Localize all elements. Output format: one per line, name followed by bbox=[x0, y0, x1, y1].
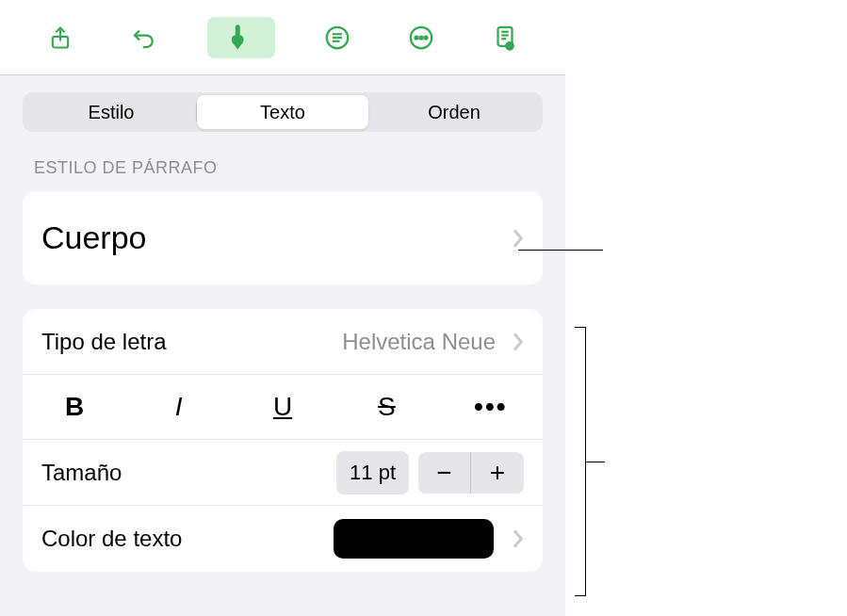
bold-button[interactable]: B bbox=[23, 386, 126, 428]
list-icon[interactable] bbox=[317, 17, 358, 58]
callout-line bbox=[518, 250, 603, 251]
tab-label: Orden bbox=[428, 102, 481, 123]
svg-point-7 bbox=[419, 36, 422, 39]
top-toolbar bbox=[0, 0, 565, 75]
font-value: Helvetica Neue bbox=[342, 329, 496, 355]
size-label: Tamaño bbox=[41, 460, 122, 486]
tab-order[interactable]: Orden bbox=[368, 95, 540, 129]
size-stepper: − + bbox=[418, 452, 524, 494]
chevron-right-icon bbox=[513, 229, 524, 248]
size-decrease-button[interactable]: − bbox=[418, 452, 471, 494]
chevron-right-icon bbox=[513, 332, 524, 351]
format-label: I bbox=[175, 392, 183, 422]
underline-button[interactable]: U bbox=[231, 386, 334, 428]
svg-point-6 bbox=[415, 36, 417, 39]
text-color-row[interactable]: Color de texto bbox=[23, 506, 543, 572]
callout-bracket bbox=[575, 327, 586, 596]
strike-button[interactable]: S bbox=[334, 386, 438, 428]
font-label: Tipo de letra bbox=[41, 329, 167, 355]
format-row: B I U S ••• bbox=[23, 375, 543, 440]
tab-label: Estilo bbox=[89, 102, 135, 123]
more-format-button[interactable]: ••• bbox=[439, 386, 543, 428]
format-label: B bbox=[65, 392, 84, 422]
paragraph-style-card: Cuerpo bbox=[23, 191, 543, 284]
size-value-button[interactable]: 11 pt bbox=[336, 451, 409, 494]
text-color-label: Color de texto bbox=[41, 526, 182, 552]
size-value: 11 pt bbox=[350, 461, 396, 484]
more-icon[interactable] bbox=[400, 17, 442, 58]
tab-style[interactable]: Estilo bbox=[25, 95, 197, 129]
paragraph-style-header: ESTILO DE PÁRRAFO bbox=[34, 158, 531, 178]
format-label: U bbox=[273, 392, 292, 422]
callout-area bbox=[565, 0, 847, 616]
chevron-right-icon bbox=[513, 529, 524, 548]
svg-point-8 bbox=[424, 36, 427, 39]
size-increase-button[interactable]: + bbox=[471, 452, 524, 494]
svg-point-14 bbox=[508, 44, 511, 47]
callout-line bbox=[586, 462, 605, 462]
color-swatch[interactable] bbox=[334, 519, 494, 559]
document-view-icon[interactable] bbox=[484, 17, 526, 58]
paragraph-style-value: Cuerpo bbox=[41, 191, 147, 284]
font-card: Tipo de letra Helvetica Neue B I U S bbox=[23, 309, 543, 572]
share-icon[interactable] bbox=[40, 17, 81, 58]
paragraph-style-row[interactable]: Cuerpo bbox=[23, 191, 543, 284]
format-panel: Estilo Texto Orden ESTILO DE PÁRRAFO Cue… bbox=[0, 0, 565, 616]
size-row: Tamaño 11 pt − + bbox=[23, 440, 543, 506]
segmented-control: Estilo Texto Orden bbox=[23, 92, 543, 132]
undo-icon[interactable] bbox=[123, 17, 165, 58]
ellipsis-icon: ••• bbox=[474, 392, 507, 422]
font-row[interactable]: Tipo de letra Helvetica Neue bbox=[23, 309, 543, 375]
format-label: S bbox=[378, 392, 396, 422]
tab-text[interactable]: Texto bbox=[197, 95, 368, 129]
tab-label: Texto bbox=[260, 102, 305, 123]
format-brush-icon[interactable] bbox=[207, 17, 275, 58]
italic-button[interactable]: I bbox=[126, 386, 230, 428]
